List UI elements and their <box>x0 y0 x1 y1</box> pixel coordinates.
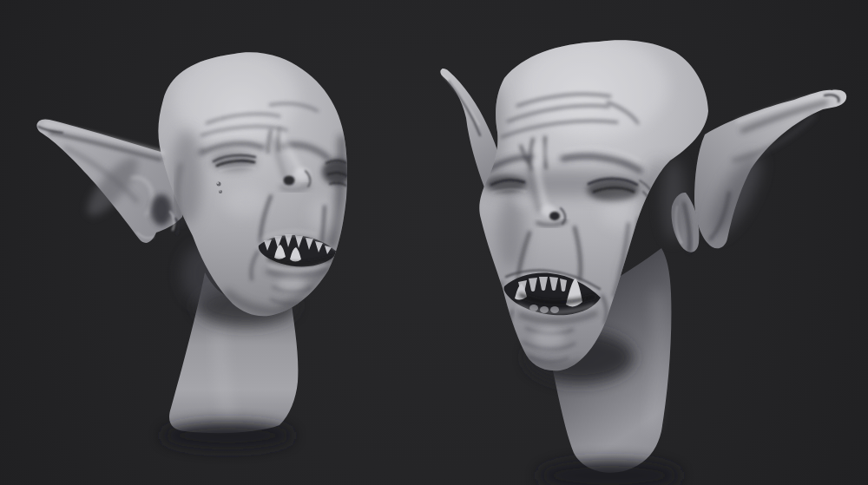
cheek-highlight-left <box>513 193 532 208</box>
nostril <box>549 212 560 220</box>
sculpt-render-viewport: 3D sculpt render - two goblin heads <box>0 0 868 485</box>
ear-concha-shadow <box>151 194 172 226</box>
tear-bump-2-light <box>220 190 221 192</box>
left-neck-bottom-fade <box>161 422 293 449</box>
chin-highlight <box>533 327 564 348</box>
postauricular-shade <box>662 158 685 241</box>
chin-highlight <box>278 275 306 292</box>
viewport-background <box>0 0 868 485</box>
tear-bump-1 <box>217 182 221 187</box>
render-canvas: 3D sculpt render - two goblin heads <box>0 0 868 485</box>
tear-bump-1-light <box>217 182 219 184</box>
cheekbone-highlight-right <box>601 198 639 229</box>
cheek-highlight-left <box>223 187 268 218</box>
nostril <box>284 176 295 186</box>
